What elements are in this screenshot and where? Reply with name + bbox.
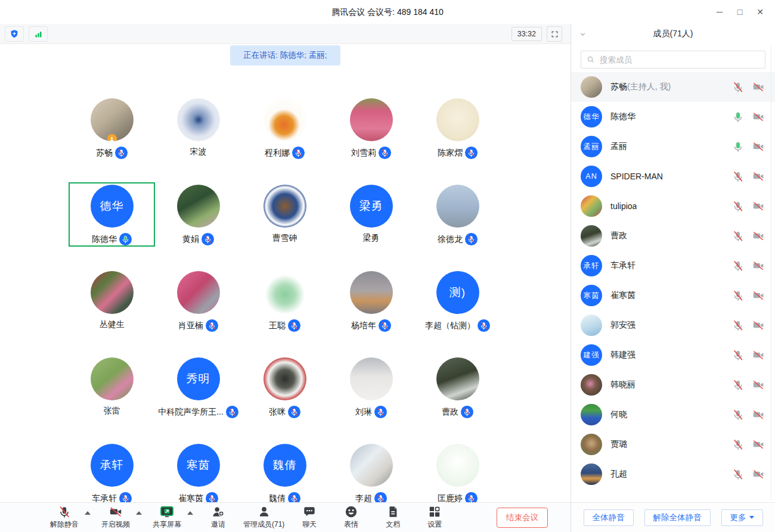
more-button[interactable]: 更多 — [721, 509, 763, 526]
toolbar-item-share-screen[interactable]: 共享屏幕 — [150, 505, 184, 530]
participant-tile[interactable]: 程利娜 — [241, 94, 328, 180]
member-name-text: 贾璐 — [610, 439, 627, 449]
caret-up-icon[interactable] — [187, 511, 193, 515]
mic-muted-icon[interactable] — [732, 81, 744, 93]
mic-muted-icon[interactable] — [732, 200, 744, 212]
network-status-button[interactable] — [29, 26, 48, 42]
participant-tile[interactable]: 李超 — [328, 439, 414, 502]
mic-muted-icon[interactable] — [732, 170, 744, 182]
camera-off-icon[interactable] — [752, 81, 764, 93]
mic-muted-icon[interactable] — [732, 319, 744, 331]
camera-off-icon[interactable] — [752, 438, 764, 450]
participant-tile[interactable]: 陈家熠 — [414, 94, 501, 180]
participant-tile[interactable]: 刘雪莉 — [328, 94, 414, 180]
mic-muted-icon[interactable] — [732, 409, 744, 421]
avatar-initials: 承轩 — [584, 261, 600, 271]
participant-tile[interactable]: 魏倩魏倩 — [241, 439, 328, 502]
close-button[interactable]: ✕ — [750, 0, 770, 24]
camera-off-icon[interactable] — [752, 200, 764, 212]
member-list-scrollbar[interactable] — [771, 45, 771, 500]
member-row[interactable]: 何晓 — [571, 400, 775, 430]
participant-tile[interactable]: 承轩车承轩 — [69, 439, 155, 502]
member-search-input[interactable] — [599, 55, 760, 65]
participant-tile[interactable]: 张雷 — [69, 353, 155, 439]
participant-tile[interactable]: 梁勇梁勇 — [328, 180, 414, 266]
mic-active-icon[interactable] — [732, 111, 744, 123]
member-row[interactable]: 曹政 — [571, 221, 775, 251]
caret-down-icon — [749, 516, 754, 519]
camera-off-icon[interactable] — [752, 141, 764, 153]
member-row[interactable]: 苏畅(主持人, 我) — [571, 72, 775, 102]
fullscreen-button[interactable] — [547, 26, 562, 42]
camera-off-icon[interactable] — [752, 170, 764, 182]
caret-up-icon[interactable] — [85, 511, 91, 515]
toolbar-item-grid[interactable]: 设置 — [418, 505, 451, 530]
camera-off-icon[interactable] — [752, 260, 764, 272]
toolbar-item-camera-off[interactable]: 开启视频 — [99, 505, 132, 530]
member-row[interactable]: 建强韩建强 — [571, 340, 775, 370]
member-row[interactable]: 孔超 — [571, 459, 775, 489]
toolbar-item-smiley[interactable]: 表情 — [334, 505, 368, 530]
member-row[interactable]: 孟丽孟丽 — [571, 132, 775, 161]
mic-muted-icon[interactable] — [732, 260, 744, 272]
mic-muted-icon[interactable] — [732, 349, 744, 361]
end-meeting-button[interactable]: 结束会议 — [497, 508, 548, 528]
toolbar-item-mic-muted[interactable]: 解除静音 — [48, 505, 81, 530]
participant-tile[interactable]: 德华陈德华 — [69, 180, 155, 266]
member-row[interactable]: 承轩车承轩 — [571, 251, 775, 281]
mic-muted-icon[interactable] — [732, 438, 744, 450]
member-row[interactable]: 郭安强 — [571, 310, 775, 340]
camera-off-icon[interactable] — [752, 290, 764, 301]
participant-tile[interactable]: 宋波 — [155, 94, 241, 180]
toolbar-item-chat[interactable]: 聊天 — [293, 505, 326, 530]
camera-off-icon[interactable] — [752, 468, 764, 480]
participant-tile[interactable]: 刘琳 — [328, 353, 414, 439]
participant-avatar — [436, 357, 479, 400]
camera-off-icon[interactable] — [752, 230, 764, 242]
member-row[interactable]: tulipioa — [571, 191, 775, 221]
meeting-security-button[interactable] — [5, 26, 24, 42]
minimize-button[interactable]: ─ — [709, 0, 730, 24]
member-row[interactable]: ANSPIDER-MAN — [571, 161, 775, 191]
participant-tile[interactable]: 张咪 — [241, 353, 328, 439]
participant-tile[interactable]: 杨培年 — [328, 266, 414, 353]
participant-tile[interactable]: 曹政 — [414, 353, 501, 439]
member-row[interactable]: 贾璐 — [571, 430, 775, 459]
participant-tile[interactable]: 曹雪砷 — [241, 180, 328, 266]
participant-tile[interactable]: 寒茵崔寒茵 — [155, 439, 241, 502]
participant-tile[interactable]: 苏畅 — [69, 94, 155, 180]
participant-tile[interactable]: 肖亚楠 — [155, 266, 241, 353]
mic-muted-icon[interactable] — [732, 230, 744, 242]
member-search-box[interactable] — [581, 51, 765, 69]
participant-name: 黄娟 — [182, 234, 199, 245]
toolbar-item-person[interactable]: 管理成员(71) — [243, 505, 284, 530]
member-row[interactable]: 德华陈德华 — [571, 102, 775, 132]
participant-tile[interactable]: 徐德龙 — [414, 180, 501, 266]
toolbar-item-label: 文档 — [386, 519, 400, 530]
mic-muted-icon[interactable] — [732, 290, 744, 301]
camera-off-icon[interactable] — [752, 111, 764, 123]
collapse-panel-button[interactable] — [577, 29, 588, 39]
camera-off-icon[interactable] — [752, 349, 764, 361]
camera-off-icon[interactable] — [752, 379, 764, 391]
caret-up-icon[interactable] — [136, 511, 142, 515]
mute-all-button[interactable]: 全体静音 — [584, 509, 634, 526]
participant-tile[interactable]: 黄娟 — [155, 180, 241, 266]
member-row[interactable]: 韩晓丽 — [571, 370, 775, 400]
participant-tile[interactable]: 秀明中科院声学所王... — [155, 353, 241, 439]
member-row[interactable]: 寒茵崔寒茵 — [571, 281, 775, 310]
maximize-button[interactable]: □ — [730, 0, 750, 24]
toolbar-item-document[interactable]: 文档 — [376, 505, 410, 530]
camera-off-icon[interactable] — [752, 409, 764, 421]
mic-muted-icon[interactable] — [732, 379, 744, 391]
member-avatar: 建强 — [581, 344, 602, 366]
mic-active-icon[interactable] — [732, 141, 744, 153]
camera-off-icon[interactable] — [752, 319, 764, 331]
toolbar-item-person-add[interactable]: 邀请 — [202, 505, 235, 530]
participant-tile[interactable]: 匡鹿婷 — [414, 439, 501, 502]
participant-tile[interactable]: 丛健生 — [69, 266, 155, 353]
participant-tile[interactable]: 测)李超（钻测） — [414, 266, 501, 353]
mic-muted-icon[interactable] — [732, 468, 744, 480]
participant-tile[interactable]: 王聪 — [241, 266, 328, 353]
unmute-all-button[interactable]: 解除全体静音 — [644, 509, 711, 526]
